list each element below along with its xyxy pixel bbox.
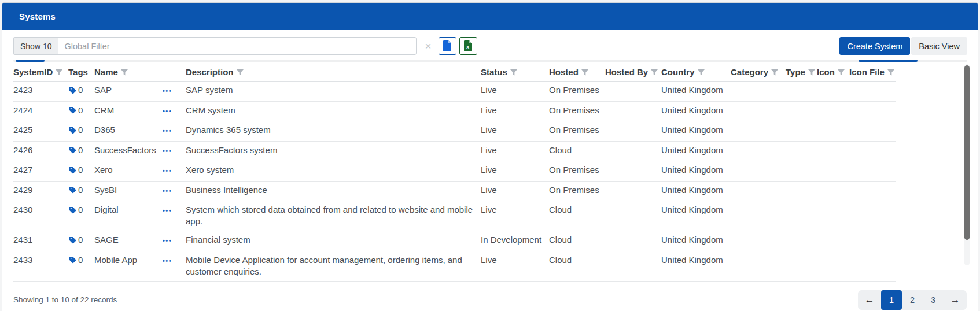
- ellipsis-icon[interactable]: •••: [163, 127, 172, 134]
- systems-table: SystemIDTagsNameDescriptionStatusHostedH…: [13, 63, 896, 282]
- cell-description: Business Intelligence: [186, 181, 481, 201]
- filter-icon[interactable]: [808, 69, 815, 76]
- table-row[interactable]: 2430 0 Digital ••• System which stored d…: [13, 201, 896, 231]
- column-header-actions[interactable]: [163, 63, 186, 82]
- row-actions[interactable]: •••: [163, 201, 186, 231]
- ellipsis-icon[interactable]: •••: [163, 108, 172, 114]
- tag-count: 0: [78, 145, 83, 156]
- row-actions[interactable]: •••: [163, 121, 186, 142]
- show-entries-selector[interactable]: Show 10: [13, 37, 58, 55]
- filter-icon[interactable]: [510, 69, 517, 76]
- tag-count: 0: [78, 254, 83, 266]
- column-header-hosted[interactable]: Hosted: [549, 63, 605, 82]
- row-actions[interactable]: •••: [163, 231, 186, 251]
- filter-icon[interactable]: [771, 69, 778, 76]
- row-actions[interactable]: •••: [163, 161, 186, 182]
- cell-tags[interactable]: 0: [68, 101, 94, 121]
- table-row[interactable]: 2431 0 SAGE ••• Financial system In Deve…: [13, 231, 896, 251]
- column-header-status[interactable]: Status: [481, 63, 549, 82]
- filter-icon[interactable]: [651, 69, 658, 76]
- cell-tags[interactable]: 0: [68, 181, 94, 201]
- table-row[interactable]: 2429 0 SysBI ••• Business Intelligence L…: [13, 181, 896, 201]
- ellipsis-icon[interactable]: •••: [163, 187, 172, 194]
- ellipsis-icon[interactable]: •••: [163, 237, 172, 244]
- global-filter-input[interactable]: [58, 37, 417, 55]
- next-page-button[interactable]: →: [944, 290, 967, 310]
- cell-tags[interactable]: 0: [68, 231, 94, 251]
- records-summary: Showing 1 to 10 of 22 records: [13, 295, 117, 304]
- column-header-country[interactable]: Country: [661, 63, 731, 82]
- filter-icon[interactable]: [698, 69, 705, 76]
- row-actions[interactable]: •••: [163, 251, 186, 281]
- toolbar: Show 10 × x Create System Basic View: [2, 30, 978, 60]
- table-row[interactable]: 2424 0 CRM ••• CRM system Live On Premis…: [13, 101, 896, 121]
- page-button-3[interactable]: 3: [923, 290, 944, 310]
- cell-name: SuccessFactors: [94, 141, 163, 161]
- row-actions[interactable]: •••: [163, 141, 186, 161]
- table-row[interactable]: 2433 0 Mobile App ••• Mobile Device Appl…: [13, 251, 896, 281]
- table-row[interactable]: 2423 0 SAP ••• SAP system Live On Premis…: [13, 82, 896, 102]
- tag-icon: [68, 186, 77, 194]
- table-row[interactable]: 2427 0 Xero ••• Xero system Live On Prem…: [13, 161, 896, 182]
- row-actions[interactable]: •••: [163, 181, 186, 201]
- basic-view-button[interactable]: Basic View: [911, 37, 967, 55]
- page-button-2[interactable]: 2: [902, 290, 923, 310]
- cell-category: [731, 101, 786, 121]
- row-actions[interactable]: •••: [163, 101, 186, 121]
- filter-icon[interactable]: [838, 69, 845, 76]
- cell-status: Live: [481, 82, 549, 102]
- cell-icon-file: [849, 161, 896, 182]
- ellipsis-icon[interactable]: •••: [163, 87, 172, 94]
- cell-name: Xero: [94, 161, 163, 182]
- cell-hosted: Cloud: [549, 251, 605, 281]
- vertical-scrollbar[interactable]: [964, 64, 970, 265]
- column-header-name[interactable]: Name: [94, 63, 163, 82]
- ellipsis-icon[interactable]: •••: [163, 147, 172, 154]
- cell-type: [786, 231, 817, 251]
- cell-hosted: Cloud: [549, 231, 605, 251]
- cell-category: [731, 121, 786, 142]
- cell-name: SAP: [94, 82, 163, 102]
- table-row[interactable]: 2426 0 SuccessFactors ••• SuccessFactors…: [13, 141, 896, 161]
- vertical-scrollbar-thumb[interactable]: [964, 65, 970, 240]
- filter-icon[interactable]: [56, 69, 62, 76]
- cell-tags[interactable]: 0: [68, 121, 94, 142]
- table-row[interactable]: 2425 0 D365 ••• Dynamics 365 system Live…: [13, 121, 896, 142]
- clear-filter-icon[interactable]: ×: [425, 40, 431, 51]
- column-header-icon[interactable]: Icon: [817, 63, 849, 82]
- cell-tags[interactable]: 0: [68, 82, 94, 102]
- cell-description: Xero system: [186, 161, 481, 182]
- ellipsis-icon[interactable]: •••: [163, 207, 172, 214]
- column-header-hosted-by[interactable]: Hosted By: [605, 63, 661, 82]
- filter-icon[interactable]: [581, 69, 588, 76]
- cell-tags[interactable]: 0: [68, 141, 94, 161]
- create-system-button[interactable]: Create System: [839, 37, 910, 55]
- export-excel-button[interactable]: x: [459, 37, 477, 55]
- column-header-icon-file[interactable]: Icon File: [849, 63, 896, 82]
- column-header-description[interactable]: Description: [186, 63, 481, 82]
- cell-hosted: On Premises: [549, 82, 605, 102]
- prev-page-button[interactable]: ←: [858, 290, 881, 310]
- column-header-tags[interactable]: Tags: [68, 63, 94, 82]
- cell-hosted-by: [605, 181, 661, 201]
- column-header-category[interactable]: Category: [731, 63, 786, 82]
- cell-tags[interactable]: 0: [68, 161, 94, 182]
- tag-count: 0: [78, 84, 83, 96]
- cell-country: United Kingdom: [661, 141, 731, 161]
- filter-icon[interactable]: [237, 69, 244, 76]
- cell-status: Live: [481, 161, 549, 182]
- cell-hosted-by: [605, 161, 661, 182]
- row-actions[interactable]: •••: [163, 82, 186, 102]
- export-copy-button[interactable]: [439, 37, 456, 55]
- cell-tags[interactable]: 0: [68, 251, 94, 281]
- cell-description: Dynamics 365 system: [186, 121, 481, 142]
- page-button-1[interactable]: 1: [881, 290, 902, 310]
- filter-icon[interactable]: [887, 69, 894, 76]
- cell-hosted-by: [605, 141, 661, 161]
- filter-icon[interactable]: [121, 69, 128, 76]
- ellipsis-icon[interactable]: •••: [163, 167, 172, 174]
- cell-tags[interactable]: 0: [68, 201, 94, 231]
- column-header-systemid[interactable]: SystemID: [13, 63, 68, 82]
- ellipsis-icon[interactable]: •••: [163, 257, 172, 264]
- column-header-type[interactable]: Type: [786, 63, 817, 82]
